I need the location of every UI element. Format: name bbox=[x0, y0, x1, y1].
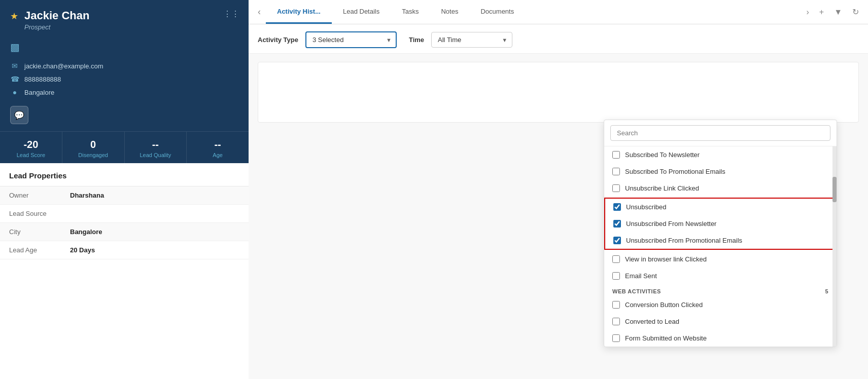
email-row: ✉ jackie.chan@example.com bbox=[10, 59, 238, 72]
lead-contact-info: ✉ jackie.chan@example.com ☎ 8888888888 ●… bbox=[0, 56, 249, 102]
city-label: City bbox=[9, 228, 70, 236]
dropdown-item-unsubscribed-promotional[interactable]: Unsubscribed From Promotional Emails bbox=[605, 232, 836, 249]
activity-type-dropdown: Subscribed To Newsletter Subscribed To P… bbox=[604, 120, 837, 347]
web-activities-header: WEB ACTIVITIES 5 bbox=[604, 284, 837, 296]
tab-dropdown-button[interactable]: ▼ bbox=[829, 4, 847, 21]
owner-value: Dharshana bbox=[70, 192, 104, 199]
lead-email: jackie.chan@example.com bbox=[24, 62, 103, 70]
disengaged-label: Disengaged bbox=[65, 152, 121, 158]
properties-title: Lead Properties bbox=[0, 163, 249, 186]
phone-row: ☎ 8888888888 bbox=[10, 72, 238, 86]
star-icon[interactable]: ★ bbox=[10, 11, 18, 22]
left-panel: ★ Jackie Chan Prospect ⋮⋮ ▩ ✉ jackie.cha… bbox=[0, 0, 249, 379]
lead-score-label: Lead Score bbox=[3, 152, 59, 158]
dropdown-item-subscribed-newsletter[interactable]: Subscribed To Newsletter bbox=[604, 146, 837, 163]
disengaged-stat[interactable]: 0 Disengaged bbox=[62, 132, 125, 163]
dropdown-item-conversion-button[interactable]: Conversion Button Clicked bbox=[604, 296, 837, 313]
time-label: Time bbox=[409, 36, 424, 44]
email-icon: ✉ bbox=[10, 62, 19, 70]
tab-documents[interactable]: Documents bbox=[469, 1, 525, 24]
dropdown-item-view-browser[interactable]: View in browser link Clicked bbox=[604, 251, 837, 268]
scrollbar-track bbox=[832, 146, 837, 347]
dropdown-search-input[interactable] bbox=[610, 125, 830, 141]
property-row-city: City Bangalore bbox=[0, 223, 249, 241]
web-activities-label: WEB ACTIVITIES bbox=[612, 288, 661, 294]
lead-phone: 8888888888 bbox=[24, 75, 61, 83]
right-panel: ‹ Activity Hist... Lead Details Tasks No… bbox=[249, 0, 868, 379]
dropdown-item-form-submitted[interactable]: Form Submitted on Website bbox=[604, 330, 837, 347]
lead-age-value: 20 Days bbox=[70, 246, 95, 254]
chat-icon: 💬 bbox=[14, 110, 24, 120]
owner-label: Owner bbox=[9, 192, 70, 199]
checkbox-unsubscribe-link[interactable] bbox=[612, 184, 620, 192]
lead-score-value: -20 bbox=[3, 139, 59, 150]
tab-forward-button[interactable]: › bbox=[801, 4, 814, 21]
web-activities-count: 5 bbox=[825, 288, 828, 294]
age-value: -- bbox=[190, 139, 246, 150]
lead-stats: -20 Lead Score 0 Disengaged -- Lead Qual… bbox=[0, 131, 249, 163]
checkbox-converted-lead[interactable] bbox=[612, 318, 620, 325]
checkbox-email-sent[interactable] bbox=[612, 272, 620, 280]
dropdown-item-unsubscribed-newsletter[interactable]: Unsubscribed From Newsletter bbox=[605, 215, 836, 232]
location-icon: ● bbox=[10, 88, 19, 96]
lead-age-label: Lead Age bbox=[9, 246, 70, 254]
activity-type-label: Activity Type bbox=[258, 36, 298, 44]
lead-quality-label: Lead Quality bbox=[128, 152, 184, 158]
activity-type-select[interactable]: 3 Selected bbox=[305, 31, 397, 48]
checkbox-conversion-button[interactable] bbox=[612, 301, 620, 309]
checkbox-subscribed-newsletter[interactable] bbox=[612, 151, 620, 159]
tab-tasks[interactable]: Tasks bbox=[391, 1, 430, 24]
source-label: Lead Source bbox=[9, 210, 70, 217]
tab-back-button[interactable]: ‹ bbox=[253, 3, 266, 21]
lead-properties-section: Lead Properties Owner Dharshana Lead Sou… bbox=[0, 163, 249, 379]
more-options-icon[interactable]: ⋮⋮ bbox=[223, 9, 239, 19]
tab-refresh-button[interactable]: ↻ bbox=[847, 3, 864, 21]
lead-subtitle: Prospect bbox=[24, 23, 89, 31]
tab-lead-details[interactable]: Lead Details bbox=[332, 1, 391, 24]
property-row-age: Lead Age 20 Days bbox=[0, 241, 249, 259]
dropdown-search-area bbox=[604, 120, 837, 146]
checkbox-unsubscribed[interactable] bbox=[613, 203, 621, 211]
dropdown-item-unsubscribed[interactable]: Unsubscribed bbox=[605, 199, 836, 215]
disengaged-value: 0 bbox=[65, 139, 121, 150]
property-row-owner: Owner Dharshana bbox=[0, 186, 249, 205]
selected-items-group: Unsubscribed Unsubscribed From Newslette… bbox=[604, 198, 837, 250]
content-area: Subscribed To Newsletter Subscribed To P… bbox=[249, 54, 868, 379]
city-value: Bangalore bbox=[70, 228, 102, 236]
dropdown-item-email-sent[interactable]: Email Sent bbox=[604, 268, 837, 284]
dropdown-item-converted-lead[interactable]: Converted to Lead bbox=[604, 313, 837, 330]
tabs-bar: ‹ Activity Hist... Lead Details Tasks No… bbox=[249, 0, 868, 24]
lead-score-stat[interactable]: -20 Lead Score bbox=[0, 132, 62, 163]
tab-activity-history[interactable]: Activity Hist... bbox=[266, 1, 332, 24]
time-select[interactable]: All Time bbox=[431, 32, 512, 48]
lead-quality-stat[interactable]: -- Lead Quality bbox=[125, 132, 187, 163]
chat-btn-row: 💬 bbox=[0, 102, 249, 129]
content-placeholder bbox=[258, 62, 859, 123]
lead-name: Jackie Chan bbox=[24, 9, 89, 22]
checkbox-subscribed-promotional[interactable] bbox=[612, 168, 620, 175]
checkbox-view-browser[interactable] bbox=[612, 255, 620, 263]
tab-add-button[interactable]: + bbox=[814, 4, 829, 21]
checkbox-unsubscribed-promotional[interactable] bbox=[613, 237, 621, 244]
lead-header: ★ Jackie Chan Prospect ⋮⋮ bbox=[0, 0, 249, 38]
checkbox-form-submitted[interactable] bbox=[612, 334, 620, 342]
lead-location: Bangalore bbox=[24, 89, 54, 96]
lead-quality-value: -- bbox=[128, 139, 184, 150]
chat-button[interactable]: 💬 bbox=[10, 106, 28, 124]
age-stat[interactable]: -- Age bbox=[187, 132, 249, 163]
dropdown-item-subscribed-promotional[interactable]: Subscribed To Promotional Emails bbox=[604, 163, 837, 180]
checkbox-unsubscribed-newsletter[interactable] bbox=[613, 220, 621, 228]
age-label: Age bbox=[190, 152, 246, 158]
scrollbar-thumb[interactable] bbox=[832, 177, 837, 202]
chart-bar-icon: ▩ bbox=[10, 42, 20, 53]
location-row: ● Bangalore bbox=[10, 86, 238, 99]
filter-bar: Activity Type 3 Selected ▼ Time All Time… bbox=[249, 24, 868, 54]
lead-chart-section: ▩ bbox=[0, 38, 249, 56]
lead-name-block: Jackie Chan Prospect bbox=[24, 9, 89, 31]
activity-type-select-wrapper: 3 Selected ▼ bbox=[305, 31, 397, 48]
tab-notes[interactable]: Notes bbox=[430, 1, 469, 24]
time-select-wrapper: All Time ▼ bbox=[431, 32, 512, 48]
property-row-source: Lead Source bbox=[0, 205, 249, 223]
phone-icon: ☎ bbox=[10, 75, 19, 83]
dropdown-item-unsubscribe-link[interactable]: Unsubscribe Link Clicked bbox=[604, 180, 837, 197]
